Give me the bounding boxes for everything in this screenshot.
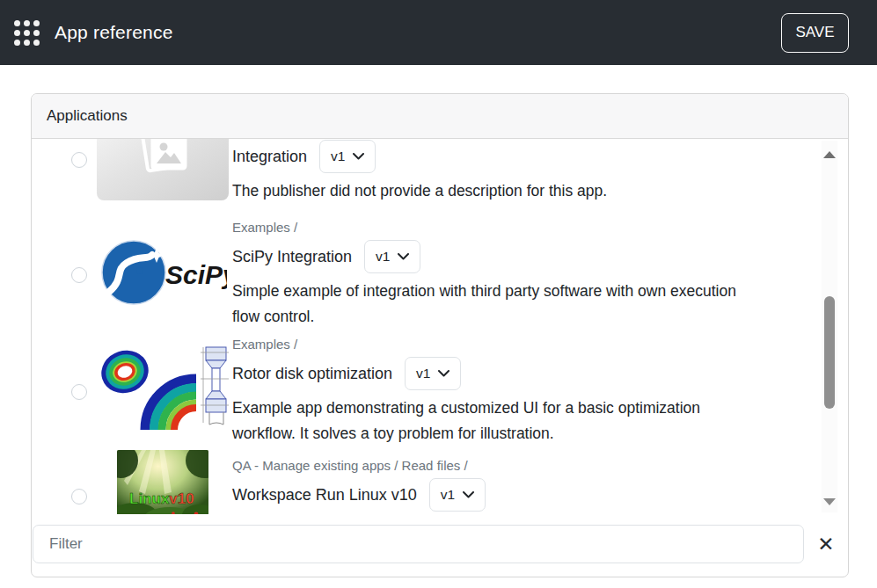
linux-thumbnail: Linuxv10 <box>117 450 208 514</box>
scroll-up-icon[interactable] <box>823 151 836 158</box>
linux-thumb-text: Linux <box>129 490 170 507</box>
version-dropdown[interactable]: v1 <box>319 140 376 173</box>
chevron-down-icon <box>463 491 474 498</box>
page-title: App reference <box>55 22 173 43</box>
filter-bar: ✕ <box>32 525 848 563</box>
app-breadcrumb: QA - Manage existing apps / Read files / <box>232 458 813 474</box>
app-thumbnail-placeholder <box>97 139 229 200</box>
app-description: The publisher did not provide a descript… <box>232 178 813 204</box>
app-name: Integration <box>232 148 307 166</box>
filter-input[interactable] <box>33 525 804 563</box>
svg-text:Linuxv10: Linuxv10 <box>129 490 194 507</box>
app-row-scipy: SciPy Examples / SciPy Integration v1 <box>32 220 848 330</box>
clear-filter-button[interactable]: ✕ <box>804 534 848 555</box>
version-value: v1 <box>376 249 390 265</box>
chevron-down-icon <box>353 153 364 160</box>
panel-header: Applications <box>32 94 848 139</box>
app-row-linux: Linuxv10 QA - Manage existing apps / Rea… <box>32 458 848 514</box>
app-breadcrumb: Examples / <box>232 220 813 236</box>
scrollbar-thumb[interactable] <box>824 296 835 409</box>
scipy-logo: SciPy <box>99 237 227 308</box>
version-value: v1 <box>331 149 345 164</box>
save-button[interactable]: SAVE <box>781 13 849 53</box>
applications-panel: Applications <box>31 93 849 577</box>
version-dropdown[interactable]: v1 <box>405 357 461 390</box>
app-breadcrumb: Examples / <box>232 337 813 352</box>
app-row-integration: Integration v1 The publisher did not pro… <box>32 139 848 204</box>
version-dropdown[interactable]: v1 <box>364 240 420 273</box>
app-radio[interactable] <box>71 489 87 505</box>
rotor-thumbnail <box>97 344 229 430</box>
app-description: Example app demonstrating a customized U… <box>232 396 813 446</box>
app-radio[interactable] <box>71 267 87 283</box>
version-dropdown[interactable]: v1 <box>429 478 486 512</box>
panel-title: Applications <box>47 107 128 125</box>
version-value: v1 <box>441 487 455 503</box>
app-name: Workspace Run Linux v10 <box>232 486 417 505</box>
app-bar: App reference SAVE <box>0 0 877 65</box>
chevron-down-icon <box>438 370 449 377</box>
linux-thumb-version: v10 <box>169 490 194 507</box>
chevron-down-icon <box>398 253 409 260</box>
app-name: Rotor disk optimization <box>232 365 392 383</box>
version-value: v1 <box>416 366 430 381</box>
app-name: SciPy Integration <box>232 248 352 266</box>
app-row-rotor: Examples / Rotor disk optimization v1 Ex… <box>32 337 848 446</box>
vertical-scrollbar[interactable] <box>822 141 837 512</box>
app-grid-icon[interactable] <box>14 20 40 46</box>
scipy-logo-text: SciPy <box>165 260 227 289</box>
app-radio[interactable] <box>71 152 87 168</box>
image-placeholder-icon <box>135 139 191 183</box>
app-description: Simple example of integration with third… <box>232 279 813 330</box>
app-radio[interactable] <box>71 384 87 400</box>
app-list: Integration v1 The publisher did not pro… <box>32 139 848 514</box>
scroll-down-icon[interactable] <box>823 498 836 505</box>
